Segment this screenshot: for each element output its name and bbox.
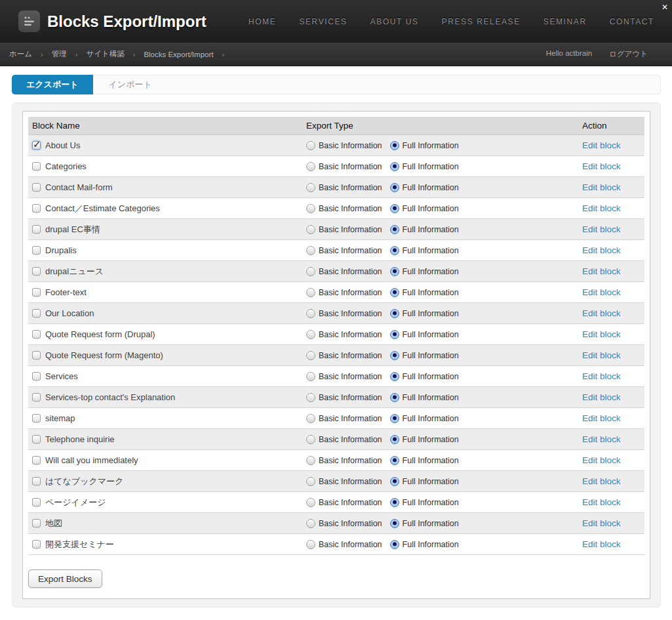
block-checkbox[interactable] — [32, 540, 41, 548]
breadcrumb-home[interactable]: ホーム — [9, 49, 32, 59]
basic-information-radio[interactable] — [306, 498, 315, 507]
table-row: 開発支援セミナー Basic Information Full Informat… — [28, 534, 644, 555]
block-checkbox[interactable] — [32, 414, 41, 423]
edit-block-link[interactable]: Edit block — [582, 329, 621, 339]
basic-information-radio[interactable] — [306, 141, 315, 150]
basic-information-radio[interactable] — [306, 372, 315, 381]
basic-information-radio[interactable] — [306, 435, 315, 444]
breadcrumb-blocks-export-import[interactable]: Blocks Export/Import — [144, 51, 213, 58]
basic-information-radio[interactable] — [306, 414, 315, 423]
edit-block-link[interactable]: Edit block — [582, 182, 621, 192]
full-information-radio[interactable] — [390, 162, 399, 171]
breadcrumb-structure[interactable]: サイト構築 — [86, 49, 124, 59]
basic-information-label: Basic Information — [319, 540, 382, 549]
edit-block-link[interactable]: Edit block — [582, 434, 621, 444]
basic-information-radio[interactable] — [306, 477, 315, 486]
basic-information-radio[interactable] — [306, 351, 315, 360]
basic-information-radio[interactable] — [306, 288, 315, 297]
block-checkbox[interactable] — [32, 372, 41, 381]
block-name-label: Telephone inquirie — [45, 434, 115, 444]
close-icon[interactable]: ✕ — [662, 3, 668, 11]
edit-block-link[interactable]: Edit block — [582, 350, 621, 360]
edit-block-link[interactable]: Edit block — [582, 413, 621, 423]
edit-block-link[interactable]: Edit block — [582, 497, 621, 507]
full-information-radio[interactable] — [390, 204, 399, 213]
edit-block-link[interactable]: Edit block — [582, 539, 621, 549]
block-checkbox[interactable] — [32, 456, 41, 465]
main-content: エクスポート インポート Block Name Export Type Acti… — [0, 66, 672, 614]
edit-block-link[interactable]: Edit block — [582, 308, 621, 318]
tab-export[interactable]: エクスポート — [12, 75, 93, 94]
basic-information-radio[interactable] — [306, 519, 315, 528]
full-information-radio[interactable] — [390, 540, 399, 549]
full-information-radio[interactable] — [390, 477, 399, 486]
edit-block-link[interactable]: Edit block — [582, 224, 621, 234]
tab-import[interactable]: インポート — [93, 75, 168, 94]
edit-block-link[interactable]: Edit block — [582, 161, 621, 171]
basic-information-radio[interactable] — [306, 267, 315, 276]
breadcrumb-admin[interactable]: 管理 — [52, 49, 67, 59]
full-information-radio[interactable] — [390, 225, 399, 234]
block-checkbox[interactable] — [32, 330, 41, 339]
full-information-radio[interactable] — [390, 183, 399, 192]
block-checkbox[interactable] — [32, 141, 41, 150]
block-checkbox[interactable] — [32, 267, 41, 276]
nav-item-services[interactable]: SERVICES — [299, 17, 347, 26]
full-information-radio[interactable] — [390, 456, 399, 465]
full-information-radio[interactable] — [390, 246, 399, 255]
full-information-radio[interactable] — [390, 351, 399, 360]
full-information-radio[interactable] — [390, 288, 399, 297]
block-checkbox[interactable] — [32, 204, 41, 213]
basic-information-radio[interactable] — [306, 330, 315, 339]
full-information-radio[interactable] — [390, 519, 399, 528]
edit-block-link[interactable]: Edit block — [582, 476, 621, 486]
nav-item-about-us[interactable]: ABOUT US — [370, 17, 419, 26]
block-checkbox[interactable] — [32, 309, 41, 318]
export-blocks-button[interactable]: Export Blocks — [28, 569, 102, 588]
block-checkbox[interactable] — [32, 498, 41, 506]
full-information-radio[interactable] — [390, 330, 399, 339]
block-checkbox[interactable] — [32, 288, 41, 297]
full-information-radio[interactable] — [390, 498, 399, 507]
block-checkbox[interactable] — [32, 351, 41, 360]
block-checkbox[interactable] — [32, 162, 41, 171]
edit-block-link[interactable]: Edit block — [582, 392, 621, 402]
block-checkbox[interactable] — [32, 393, 41, 402]
basic-information-radio[interactable] — [306, 393, 315, 402]
edit-block-link[interactable]: Edit block — [582, 140, 621, 150]
edit-block-link[interactable]: Edit block — [582, 245, 621, 255]
full-information-radio[interactable] — [390, 414, 399, 423]
nav-item-contact[interactable]: CONTACT — [610, 17, 654, 26]
block-checkbox[interactable] — [32, 246, 41, 255]
edit-block-link[interactable]: Edit block — [582, 266, 621, 276]
nav-item-press-release[interactable]: PRESS RELEASE — [442, 17, 521, 26]
block-checkbox[interactable] — [32, 225, 41, 234]
edit-block-link[interactable]: Edit block — [582, 287, 621, 297]
edit-block-link[interactable]: Edit block — [582, 455, 621, 465]
basic-information-radio[interactable] — [306, 309, 315, 318]
nav-item-home[interactable]: HOME — [248, 17, 276, 26]
nav-item-seminar[interactable]: SEMINAR — [544, 17, 587, 26]
block-checkbox[interactable] — [32, 183, 41, 192]
block-checkbox[interactable] — [32, 435, 41, 444]
edit-block-link[interactable]: Edit block — [582, 203, 621, 213]
edit-block-link[interactable]: Edit block — [582, 371, 621, 381]
full-information-radio[interactable] — [390, 393, 399, 402]
basic-information-radio[interactable] — [306, 162, 315, 171]
full-information-radio[interactable] — [390, 267, 399, 276]
edit-block-link[interactable]: Edit block — [582, 518, 621, 528]
basic-information-radio[interactable] — [306, 456, 315, 465]
block-checkbox[interactable] — [32, 519, 41, 527]
basic-information-radio[interactable] — [306, 225, 315, 234]
block-checkbox[interactable] — [32, 477, 41, 486]
full-information-label: Full Information — [403, 225, 459, 234]
full-information-radio[interactable] — [390, 141, 399, 150]
basic-information-radio[interactable] — [306, 540, 315, 549]
full-information-radio[interactable] — [390, 435, 399, 444]
basic-information-radio[interactable] — [306, 246, 315, 255]
basic-information-radio[interactable] — [306, 183, 315, 192]
logout-link[interactable]: ログアウト — [609, 49, 648, 59]
basic-information-radio[interactable] — [306, 204, 315, 213]
full-information-radio[interactable] — [390, 372, 399, 381]
full-information-radio[interactable] — [390, 309, 399, 318]
